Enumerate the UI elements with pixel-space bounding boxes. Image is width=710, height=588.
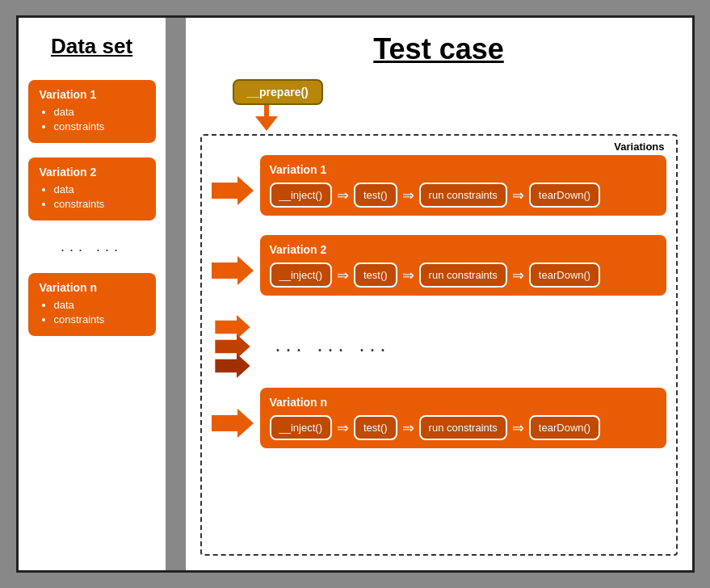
- main-area: Test case __prepare() Variations Variati…: [186, 18, 692, 570]
- arrow-line: [264, 105, 269, 116]
- variation-n-block: Variation n __inject() ⇒ test() ⇒ run co…: [260, 388, 666, 448]
- dataset-variation-1-item-data: data: [54, 106, 145, 118]
- variation-n-row: Variation n __inject() ⇒ test() ⇒ run co…: [212, 388, 666, 458]
- arrow-to-v1: [212, 176, 254, 205]
- page-title: Test case: [200, 32, 678, 66]
- vn-step-teardown: tearDown(): [529, 415, 600, 440]
- v1-step-inject: __inject(): [270, 183, 332, 208]
- sidebar: Data set Variation 1 data constraints Va…: [19, 18, 168, 570]
- variations-label: Variations: [614, 141, 664, 153]
- variation-2-flow: __inject() ⇒ test() ⇒ run constraints ⇒ …: [270, 262, 657, 288]
- v2-step-inject: __inject(): [270, 262, 332, 288]
- arrow-to-vn: [212, 409, 254, 438]
- dataset-variation-2-item-data: data: [54, 183, 145, 195]
- variation-2-block: Variation 2 __inject() ⇒ test() ⇒ run co…: [260, 235, 666, 296]
- vertical-bar: [168, 18, 186, 570]
- variations-container: Variations Variation 1 __inject() ⇒ test…: [200, 134, 678, 556]
- dataset-variation-1-title: Variation 1: [40, 88, 145, 101]
- v2-step-teardown: tearDown(): [529, 262, 600, 288]
- svg-marker-1: [212, 256, 254, 285]
- v2-arrow-3: ⇒: [512, 267, 524, 284]
- dataset-variation-2-title: Variation 2: [40, 166, 145, 178]
- main-ellipsis: ... ... ...: [260, 338, 666, 355]
- variation-2-block-title: Variation 2: [270, 243, 657, 256]
- dataset-variation-n-item-data: data: [54, 299, 145, 311]
- dataset-variation-n-item-constraints: constraints: [54, 313, 145, 326]
- dataset-variation-n-title: Variation n: [40, 281, 145, 294]
- dataset-title: Data set: [28, 34, 156, 59]
- svg-marker-0: [212, 176, 254, 205]
- dataset-variation-1-card: Variation 1 data constraints: [28, 80, 156, 143]
- vn-step-constraints: run constraints: [419, 415, 507, 440]
- variation-1-row: Variation 1 __inject() ⇒ test() ⇒ run co…: [212, 155, 666, 225]
- vn-arrow-3: ⇒: [512, 419, 524, 437]
- v1-step-test: test(): [354, 183, 397, 208]
- dataset-variation-2-card: Variation 2 data constraints: [28, 158, 156, 220]
- dataset-variation-n-card: Variation n data constraints: [28, 273, 156, 336]
- stacked-arrows: [212, 315, 254, 378]
- v1-arrow-1: ⇒: [337, 187, 349, 204]
- sidebar-ellipsis: ... ...: [28, 235, 156, 258]
- variation-n-flow: __inject() ⇒ test() ⇒ run constraints ⇒ …: [270, 415, 657, 440]
- svg-marker-4: [215, 354, 250, 378]
- prepare-box: __prepare(): [233, 79, 323, 105]
- variation-n-block-title: Variation n: [270, 396, 657, 409]
- variation-1-flow: __inject() ⇒ test() ⇒ run constraints ⇒ …: [270, 183, 657, 208]
- v2-arrow-2: ⇒: [402, 267, 414, 284]
- v1-arrow-2: ⇒: [402, 187, 414, 204]
- variation-2-row: Variation 2 __inject() ⇒ test() ⇒ run co…: [212, 235, 666, 305]
- variation-1-block: Variation 1 __inject() ⇒ test() ⇒ run co…: [260, 155, 666, 216]
- svg-marker-5: [212, 409, 254, 438]
- v2-arrow-1: ⇒: [337, 267, 349, 284]
- variation-1-block-title: Variation 1: [270, 163, 657, 176]
- v1-step-constraints: run constraints: [419, 183, 507, 208]
- prepare-section: __prepare(): [233, 79, 678, 131]
- arrow-to-v2: [212, 256, 254, 285]
- dataset-variation-1-item-constraints: constraints: [54, 120, 145, 132]
- dataset-variation-2-item-constraints: constraints: [54, 198, 145, 210]
- diagram-container: Data set Variation 1 data constraints Va…: [16, 15, 695, 573]
- v1-arrow-3: ⇒: [512, 187, 524, 204]
- vn-arrow-1: ⇒: [337, 419, 349, 437]
- vn-step-test: test(): [354, 415, 397, 440]
- v1-step-teardown: tearDown(): [529, 183, 600, 208]
- stacked-arrow-3: [212, 354, 254, 378]
- arrow-head: [255, 116, 278, 131]
- vn-step-inject: __inject(): [270, 415, 332, 440]
- vn-arrow-2: ⇒: [402, 419, 414, 437]
- v2-step-constraints: run constraints: [419, 262, 507, 288]
- ellipsis-row: ... ... ...: [212, 315, 666, 378]
- v2-step-test: test(): [354, 262, 397, 288]
